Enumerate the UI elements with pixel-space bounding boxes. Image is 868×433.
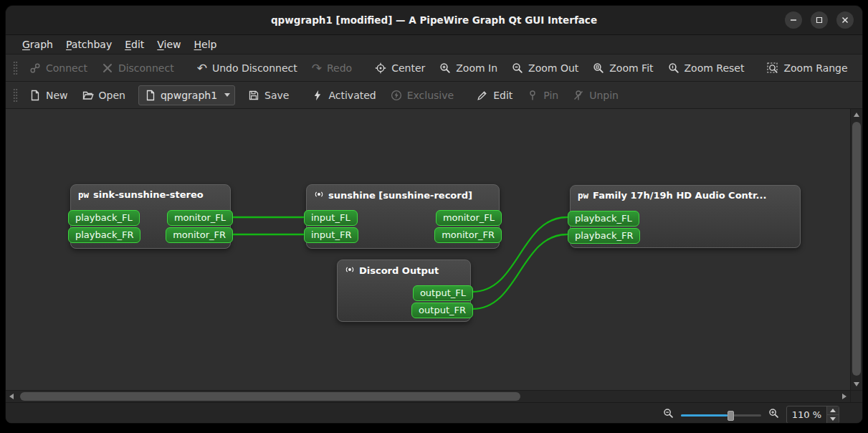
port-monitor-fl[interactable]: monitor_FL bbox=[436, 210, 502, 226]
zoom-reset-icon bbox=[668, 62, 679, 74]
port-monitor-fr[interactable]: monitor_FR bbox=[434, 227, 502, 243]
menu-view[interactable]: View bbox=[151, 35, 187, 54]
port-playback-fl[interactable]: playback_FL bbox=[68, 210, 140, 226]
node-sunshine-record[interactable]: sunshine [sunshine-record] input_FL inpu… bbox=[306, 184, 500, 249]
port-monitor-fl[interactable]: monitor_FL bbox=[167, 210, 233, 226]
node-header[interactable]: sunshine [sunshine-record] bbox=[307, 185, 499, 201]
scroll-up-arrow[interactable] bbox=[854, 113, 859, 117]
node-sink-sunshine-stereo[interactable]: pw sink-sunshine-stereo playback_FL play… bbox=[70, 184, 231, 249]
scrollbar-corner bbox=[850, 391, 862, 402]
title-bar: qpwgraph1 [modified] — A PipeWire Graph … bbox=[6, 6, 862, 35]
zoom-slider[interactable] bbox=[681, 409, 761, 421]
zoom-fit-button[interactable]: Zoom Fit bbox=[586, 57, 660, 78]
node-header[interactable]: pw Family 17h/19h HD Audio Contr... bbox=[571, 186, 800, 201]
zoom-range-icon bbox=[767, 62, 778, 74]
spin-down-icon bbox=[830, 417, 836, 421]
horizontal-scrollbar[interactable] bbox=[6, 391, 850, 402]
toolbar-handle[interactable] bbox=[13, 61, 18, 75]
new-button[interactable]: New bbox=[22, 85, 75, 105]
horizontal-scrollbar-thumb[interactable] bbox=[20, 392, 520, 401]
graph-canvas[interactable]: pw sink-sunshine-stereo playback_FL play… bbox=[6, 109, 850, 390]
port-input-fr[interactable]: input_FR bbox=[304, 227, 358, 243]
patchbay-selector[interactable]: qpwgraph1 bbox=[138, 85, 235, 105]
graph-toolbar: Connect Disconnect ↶ Undo Disconnect ↷ R… bbox=[6, 54, 862, 82]
connect-button[interactable]: Connect bbox=[22, 57, 95, 78]
zoom-out-small-icon[interactable] bbox=[663, 408, 674, 422]
connect-label: Connect bbox=[46, 62, 87, 74]
close-button[interactable] bbox=[836, 11, 854, 29]
pin-icon bbox=[527, 90, 538, 101]
toolbar-handle[interactable] bbox=[13, 88, 18, 103]
zoom-out-icon bbox=[512, 62, 523, 74]
patchbay-file-icon bbox=[145, 90, 156, 101]
zoom-in-small-icon[interactable] bbox=[768, 408, 779, 422]
open-label: Open bbox=[99, 90, 125, 101]
vertical-scrollbar[interactable] bbox=[850, 109, 862, 390]
port-input-fl[interactable]: input_FL bbox=[304, 210, 358, 226]
close-icon bbox=[841, 16, 849, 24]
spin-down-button[interactable] bbox=[827, 415, 839, 423]
minimize-icon bbox=[790, 16, 797, 24]
menu-bar: Graph Patchbay Edit View Help bbox=[6, 35, 862, 54]
port-playback-fr[interactable]: playback_FR bbox=[568, 228, 640, 244]
node-header[interactable]: Discord Output bbox=[338, 260, 470, 277]
undo-icon: ↶ bbox=[197, 62, 207, 74]
maximize-button[interactable] bbox=[811, 11, 828, 29]
disconnect-icon bbox=[102, 62, 113, 74]
pin-button[interactable]: Pin bbox=[520, 85, 566, 105]
output-ports: output_FL output_FR bbox=[411, 285, 473, 318]
edit-button[interactable]: Edit bbox=[469, 85, 520, 105]
zoom-in-label: Zoom In bbox=[456, 62, 497, 74]
redo-button[interactable]: ↷ Redo bbox=[305, 57, 359, 78]
output-ports: monitor_FL monitor_FR bbox=[166, 210, 233, 243]
zoom-spinbox[interactable]: 110 % bbox=[786, 406, 839, 423]
unpin-label: Unpin bbox=[589, 90, 619, 101]
center-button[interactable]: Center bbox=[368, 57, 432, 78]
zoom-slider-handle[interactable] bbox=[728, 411, 734, 421]
menu-graph[interactable]: Graph bbox=[16, 35, 59, 54]
save-button[interactable]: Save bbox=[241, 85, 296, 105]
scroll-down-arrow[interactable] bbox=[854, 382, 859, 386]
pipewire-icon: pw bbox=[578, 190, 588, 201]
zoom-in-button[interactable]: Zoom In bbox=[432, 57, 505, 78]
exclusive-label: Exclusive bbox=[407, 90, 454, 101]
vertical-scrollbar-thumb[interactable] bbox=[852, 122, 861, 376]
node-header[interactable]: pw sink-sunshine-stereo bbox=[71, 185, 230, 200]
spin-up-button[interactable] bbox=[827, 406, 839, 415]
exclusive-button[interactable]: Exclusive bbox=[383, 85, 461, 105]
zoom-out-label: Zoom Out bbox=[528, 62, 578, 74]
unpin-button[interactable]: Unpin bbox=[566, 85, 626, 105]
spin-buttons bbox=[826, 406, 839, 423]
scroll-right-arrow[interactable] bbox=[842, 394, 846, 399]
input-ports: playback_FL playback_FR bbox=[568, 211, 640, 244]
edit-label: Edit bbox=[493, 90, 512, 101]
redo-icon: ↷ bbox=[312, 62, 322, 74]
unpin-icon bbox=[573, 90, 584, 101]
save-icon bbox=[248, 90, 259, 101]
zoom-reset-button[interactable]: Zoom Reset bbox=[661, 57, 752, 78]
port-playback-fr[interactable]: playback_FR bbox=[68, 227, 140, 243]
node-discord-output[interactable]: Discord Output output_FL output_FR bbox=[337, 260, 471, 322]
menu-help[interactable]: Help bbox=[188, 35, 224, 54]
port-output-fr[interactable]: output_FR bbox=[411, 303, 473, 318]
port-output-fl[interactable]: output_FL bbox=[413, 285, 473, 301]
menu-edit[interactable]: Edit bbox=[118, 35, 151, 54]
record-icon bbox=[314, 189, 324, 201]
chevron-down-icon bbox=[224, 93, 230, 97]
scroll-left-arrow[interactable] bbox=[9, 394, 14, 399]
zoom-range-button[interactable]: Zoom Range bbox=[760, 57, 854, 78]
zoom-out-button[interactable]: Zoom Out bbox=[505, 57, 586, 78]
input-ports: input_FL input_FR bbox=[304, 210, 358, 243]
activated-label: Activated bbox=[328, 90, 376, 101]
port-playback-fl[interactable]: playback_FL bbox=[568, 211, 639, 227]
node-family-hd-audio[interactable]: pw Family 17h/19h HD Audio Contr... play… bbox=[570, 185, 801, 248]
activated-button[interactable]: Activated bbox=[305, 85, 383, 105]
port-monitor-fr[interactable]: monitor_FR bbox=[166, 227, 233, 243]
zoom-value[interactable]: 110 % bbox=[787, 409, 826, 420]
undo-disconnect-button[interactable]: ↶ Undo Disconnect bbox=[190, 57, 305, 78]
menu-patchbay[interactable]: Patchbay bbox=[59, 35, 118, 54]
disconnect-button[interactable]: Disconnect bbox=[95, 57, 181, 78]
open-button[interactable]: Open bbox=[75, 85, 133, 105]
save-label: Save bbox=[264, 90, 289, 101]
minimize-button[interactable] bbox=[785, 11, 802, 29]
